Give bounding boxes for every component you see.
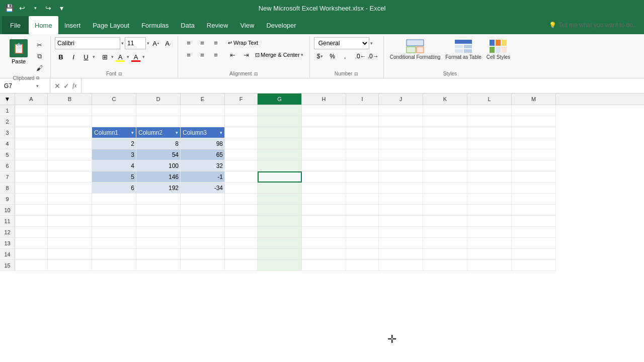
cell-b3[interactable] bbox=[48, 127, 92, 138]
col-header-c[interactable]: C bbox=[92, 94, 136, 105]
cell-g5[interactable] bbox=[258, 149, 302, 160]
cell-d15[interactable] bbox=[136, 260, 181, 271]
cell-d9[interactable] bbox=[136, 194, 181, 205]
cell-b4[interactable] bbox=[48, 138, 92, 149]
row-header-2[interactable]: 2 bbox=[0, 116, 15, 127]
cell-i11[interactable] bbox=[346, 216, 379, 227]
cell-l3[interactable] bbox=[467, 127, 512, 138]
cell-i3[interactable] bbox=[346, 127, 379, 138]
format-as-table-button[interactable]: Format as Table bbox=[443, 37, 484, 61]
copy-button[interactable]: ⧉ bbox=[33, 51, 45, 62]
col-header-b[interactable]: B bbox=[48, 94, 92, 105]
undo-icon[interactable]: ↩ bbox=[17, 3, 27, 13]
cell-l2[interactable] bbox=[467, 116, 512, 127]
cell-f7[interactable] bbox=[225, 171, 258, 183]
cell-m7[interactable] bbox=[512, 171, 556, 183]
cell-i1[interactable] bbox=[346, 105, 379, 116]
cell-j14[interactable] bbox=[379, 249, 423, 260]
cell-c1[interactable] bbox=[92, 105, 136, 116]
cell-l5[interactable] bbox=[467, 149, 512, 160]
cell-j11[interactable] bbox=[379, 216, 423, 227]
cell-l14[interactable] bbox=[467, 249, 512, 260]
align-left-button[interactable]: ≡ bbox=[182, 49, 195, 60]
font-name-input[interactable] bbox=[55, 37, 120, 49]
cell-j3[interactable] bbox=[379, 127, 423, 138]
formula-input[interactable] bbox=[82, 82, 644, 89]
align-right-button[interactable]: ≡ bbox=[209, 49, 222, 60]
cell-k7[interactable] bbox=[423, 171, 467, 183]
cell-m11[interactable] bbox=[512, 216, 556, 227]
align-bottom-button[interactable]: ≡ bbox=[209, 37, 222, 48]
cell-m5[interactable] bbox=[512, 149, 556, 160]
cell-e8[interactable]: -34 bbox=[181, 183, 225, 194]
font-color-button[interactable]: A bbox=[130, 51, 142, 63]
cell-g12[interactable] bbox=[258, 227, 302, 238]
cell-h2[interactable] bbox=[302, 116, 346, 127]
cell-h13[interactable] bbox=[302, 238, 346, 249]
cell-i14[interactable] bbox=[346, 249, 379, 260]
cell-g3[interactable] bbox=[258, 127, 302, 138]
cell-c4[interactable]: 2 bbox=[92, 138, 136, 149]
cell-k2[interactable] bbox=[423, 116, 467, 127]
cell-i12[interactable] bbox=[346, 227, 379, 238]
cell-a1[interactable] bbox=[15, 105, 48, 116]
cell-m15[interactable] bbox=[512, 260, 556, 271]
cell-f8[interactable] bbox=[225, 183, 258, 194]
cell-l9[interactable] bbox=[467, 194, 512, 205]
cell-b1[interactable] bbox=[48, 105, 92, 116]
borders-caret[interactable]: ▾ bbox=[111, 54, 114, 59]
cell-l4[interactable] bbox=[467, 138, 512, 149]
menu-home[interactable]: Home bbox=[29, 16, 58, 34]
conditional-formatting-button[interactable]: Conditional Formatting bbox=[388, 37, 443, 61]
cell-a6[interactable] bbox=[15, 160, 48, 171]
paste-button[interactable]: 📋 Paste bbox=[6, 37, 31, 66]
col-header-g[interactable]: G bbox=[258, 94, 302, 105]
customize-icon[interactable]: ▾ bbox=[56, 3, 66, 13]
cell-b10[interactable] bbox=[48, 205, 92, 216]
cell-a4[interactable] bbox=[15, 138, 48, 149]
cell-f10[interactable] bbox=[225, 205, 258, 216]
row-header-11[interactable]: 11 bbox=[0, 216, 15, 227]
cell-k3[interactable] bbox=[423, 127, 467, 138]
cell-h6[interactable] bbox=[302, 160, 346, 171]
cell-c6[interactable]: 4 bbox=[92, 160, 136, 171]
alignment-launcher[interactable]: ⊟ bbox=[254, 71, 258, 76]
cell-i5[interactable] bbox=[346, 149, 379, 160]
cell-d8[interactable]: 192 bbox=[136, 183, 181, 194]
cell-a5[interactable] bbox=[15, 149, 48, 160]
cell-f5[interactable] bbox=[225, 149, 258, 160]
cell-d2[interactable] bbox=[136, 116, 181, 127]
row-header-5[interactable]: 5 bbox=[0, 149, 15, 160]
cell-h1[interactable] bbox=[302, 105, 346, 116]
cell-k15[interactable] bbox=[423, 260, 467, 271]
cell-e13[interactable] bbox=[181, 238, 225, 249]
cell-b12[interactable] bbox=[48, 227, 92, 238]
row-header-13[interactable]: 13 bbox=[0, 238, 15, 249]
cell-e9[interactable] bbox=[181, 194, 225, 205]
cell-m6[interactable] bbox=[512, 160, 556, 171]
row-header-15[interactable]: 15 bbox=[0, 260, 15, 271]
cell-k12[interactable] bbox=[423, 227, 467, 238]
cell-m8[interactable] bbox=[512, 183, 556, 194]
cell-l1[interactable] bbox=[467, 105, 512, 116]
cell-f14[interactable] bbox=[225, 249, 258, 260]
cell-m14[interactable] bbox=[512, 249, 556, 260]
cell-k13[interactable] bbox=[423, 238, 467, 249]
cell-e11[interactable] bbox=[181, 216, 225, 227]
merge-caret[interactable]: ▾ bbox=[301, 52, 303, 57]
cell-a15[interactable] bbox=[15, 260, 48, 271]
cell-m9[interactable] bbox=[512, 194, 556, 205]
decrease-decimal-button[interactable]: .0← bbox=[355, 51, 367, 62]
cell-j9[interactable] bbox=[379, 194, 423, 205]
cell-e12[interactable] bbox=[181, 227, 225, 238]
confirm-formula-icon[interactable]: ✓ bbox=[63, 82, 69, 90]
cell-c13[interactable] bbox=[92, 238, 136, 249]
cell-g6[interactable] bbox=[258, 160, 302, 171]
font-size-input[interactable] bbox=[125, 37, 146, 49]
cell-f15[interactable] bbox=[225, 260, 258, 271]
cell-a7[interactable] bbox=[15, 171, 48, 183]
increase-font-size-button[interactable]: A+ bbox=[150, 37, 162, 49]
underline-button[interactable]: U bbox=[80, 51, 92, 63]
cell-c8[interactable]: 6 bbox=[92, 183, 136, 194]
cell-e3-header[interactable]: Column3 ▾ bbox=[181, 127, 225, 138]
